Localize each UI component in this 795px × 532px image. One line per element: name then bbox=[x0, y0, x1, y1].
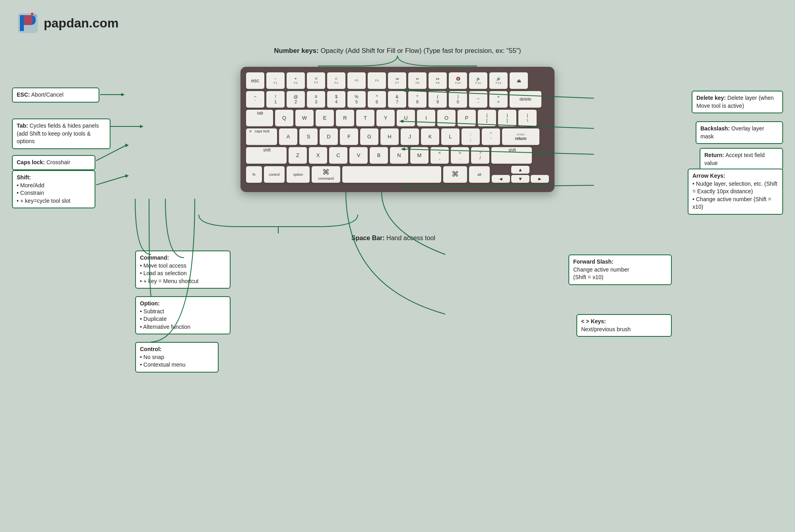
number-keys-label: Number keys: bbox=[274, 47, 318, 54]
key-z[interactable]: Z bbox=[289, 147, 307, 164]
annotation-option: Option: Subtract Duplicate Alternative f… bbox=[135, 296, 231, 334]
key-d[interactable]: D bbox=[320, 128, 338, 145]
key-eject[interactable]: ⏏ bbox=[510, 72, 528, 89]
key-f9[interactable]: ⏭F9 bbox=[429, 72, 447, 89]
key-rbrace[interactable]: }] bbox=[498, 110, 516, 126]
zxcv-row: shift Z X C V B N M <, >. ?/ shift bbox=[246, 147, 549, 164]
key-tilde[interactable]: ~` bbox=[246, 91, 264, 108]
key-8[interactable]: *8 bbox=[408, 91, 427, 108]
key-n[interactable]: N bbox=[390, 147, 408, 164]
key-o[interactable]: O bbox=[437, 110, 456, 126]
key-arrow-down[interactable]: ▼ bbox=[511, 175, 529, 183]
key-f1[interactable]: ○F1 bbox=[266, 72, 285, 89]
key-w[interactable]: W bbox=[295, 110, 314, 126]
ann-command-item-1: Move tool access bbox=[140, 262, 226, 270]
key-y[interactable]: Y bbox=[376, 110, 395, 126]
number-row: ~` !1 @2 #3 $4 %5 ^6 &7 *8 (9 )0 _- += d… bbox=[246, 91, 549, 108]
key-gt[interactable]: >. bbox=[451, 147, 469, 164]
key-quote[interactable]: "' bbox=[482, 128, 500, 145]
ann-option-item-1: Subtract bbox=[140, 308, 226, 316]
key-f11[interactable]: 🔉F11 bbox=[469, 72, 487, 89]
key-f8[interactable]: ⏯F8 bbox=[408, 72, 427, 89]
key-lt[interactable]: <, bbox=[430, 147, 449, 164]
key-a[interactable]: A bbox=[279, 128, 297, 145]
annotation-backslash: Backslash: Overlay layer mask bbox=[696, 121, 783, 144]
key-x[interactable]: X bbox=[309, 147, 327, 164]
key-s[interactable]: S bbox=[299, 128, 318, 145]
ann-command-item-3: + key = Menu shortcut bbox=[140, 278, 226, 285]
key-lbrace[interactable]: {[ bbox=[478, 110, 496, 126]
ann-spacebar-text: Hand access tool bbox=[385, 235, 435, 241]
bottom-row: fn control option ⌘ command ⌘ alt ▲ ◄ ▼ … bbox=[246, 166, 549, 183]
key-5[interactable]: %5 bbox=[347, 91, 366, 108]
key-shift-right[interactable]: shift bbox=[491, 147, 532, 164]
ann-control-list: No snap Contextual menu bbox=[140, 353, 214, 369]
key-fn[interactable]: fn bbox=[246, 166, 262, 183]
key-caps-lock[interactable]: caps lock bbox=[246, 128, 277, 145]
key-f10[interactable]: 🔇F10 bbox=[449, 72, 467, 89]
key-f3[interactable]: ⊞F3 bbox=[307, 72, 325, 89]
key-i[interactable]: I bbox=[417, 110, 435, 126]
key-f[interactable]: F bbox=[340, 128, 358, 145]
key-k[interactable]: K bbox=[421, 128, 439, 145]
key-backslash[interactable]: |\ bbox=[518, 110, 537, 126]
key-0[interactable]: )0 bbox=[449, 91, 467, 108]
key-f7[interactable]: ⏮F7 bbox=[388, 72, 406, 89]
top-annotation: Number keys: Opacity (Add Shift for Fill… bbox=[0, 47, 795, 55]
key-esc[interactable]: esc bbox=[246, 72, 264, 89]
annotation-command: Command: Move tool access Load as select… bbox=[135, 250, 231, 289]
top-brace-svg bbox=[318, 55, 477, 67]
key-f2[interactable]: ✦F2 bbox=[287, 72, 305, 89]
key-3[interactable]: #3 bbox=[307, 91, 325, 108]
key-j[interactable]: J bbox=[401, 128, 419, 145]
key-b[interactable]: B bbox=[370, 147, 388, 164]
logo-text: papdan.com bbox=[44, 16, 118, 31]
key-control[interactable]: control bbox=[264, 166, 285, 183]
key-option[interactable]: option bbox=[287, 166, 310, 183]
annotation-fwdslash: Forward Slash: Change active number (Shi… bbox=[568, 254, 672, 285]
key-p[interactable]: P bbox=[458, 110, 476, 126]
ann-option-item-2: Duplicate bbox=[140, 315, 226, 323]
key-arrow-up[interactable]: ▲ bbox=[511, 166, 529, 174]
key-shift-left[interactable]: shift bbox=[246, 147, 287, 164]
key-arrow-right[interactable]: ► bbox=[531, 175, 549, 183]
key-2[interactable]: @2 bbox=[287, 91, 305, 108]
key-command-right[interactable]: ⌘ bbox=[443, 166, 467, 183]
key-9[interactable]: (9 bbox=[429, 91, 447, 108]
key-space[interactable] bbox=[342, 166, 441, 183]
key-7[interactable]: &7 bbox=[388, 91, 406, 108]
key-v[interactable]: V bbox=[349, 147, 368, 164]
key-delete[interactable]: delete bbox=[510, 91, 541, 108]
key-r[interactable]: R bbox=[336, 110, 354, 126]
key-l[interactable]: L bbox=[441, 128, 460, 145]
key-4[interactable]: $4 bbox=[327, 91, 345, 108]
key-u[interactable]: U bbox=[397, 110, 415, 126]
logo: papdan.com bbox=[16, 11, 118, 35]
key-f6[interactable]: F6 bbox=[368, 72, 386, 89]
key-q[interactable]: Q bbox=[275, 110, 293, 126]
key-alt-right[interactable]: alt bbox=[469, 166, 490, 183]
key-6[interactable]: ^6 bbox=[368, 91, 386, 108]
key-f12[interactable]: 🔊F12 bbox=[489, 72, 508, 89]
ann-ltgt-bold: < > Keys: bbox=[581, 318, 606, 324]
key-minus[interactable]: _- bbox=[469, 91, 487, 108]
key-enter[interactable]: enter return bbox=[502, 128, 539, 145]
key-semicolon[interactable]: :; bbox=[461, 128, 480, 145]
key-tab[interactable]: tab bbox=[246, 110, 273, 126]
key-t[interactable]: T bbox=[356, 110, 374, 126]
annotation-delete: Delete key: Delete layer (when Move tool… bbox=[692, 91, 783, 113]
key-c[interactable]: C bbox=[329, 147, 347, 164]
key-m[interactable]: M bbox=[410, 147, 429, 164]
key-f5[interactable]: F5 bbox=[347, 72, 366, 89]
key-slash[interactable]: ?/ bbox=[471, 147, 489, 164]
key-f4[interactable]: ⊙F4 bbox=[327, 72, 345, 89]
ann-arrow-item-1: Nudge layer, selection, etc. (Shift = Ex… bbox=[692, 180, 778, 196]
key-equals[interactable]: += bbox=[489, 91, 508, 108]
key-arrow-left[interactable]: ◄ bbox=[492, 175, 510, 183]
key-e[interactable]: E bbox=[316, 110, 334, 126]
svg-marker-4 bbox=[121, 93, 125, 96]
key-command-left[interactable]: ⌘ command bbox=[312, 166, 340, 183]
key-g[interactable]: G bbox=[360, 128, 378, 145]
key-h[interactable]: H bbox=[380, 128, 399, 145]
key-1[interactable]: !1 bbox=[266, 91, 285, 108]
